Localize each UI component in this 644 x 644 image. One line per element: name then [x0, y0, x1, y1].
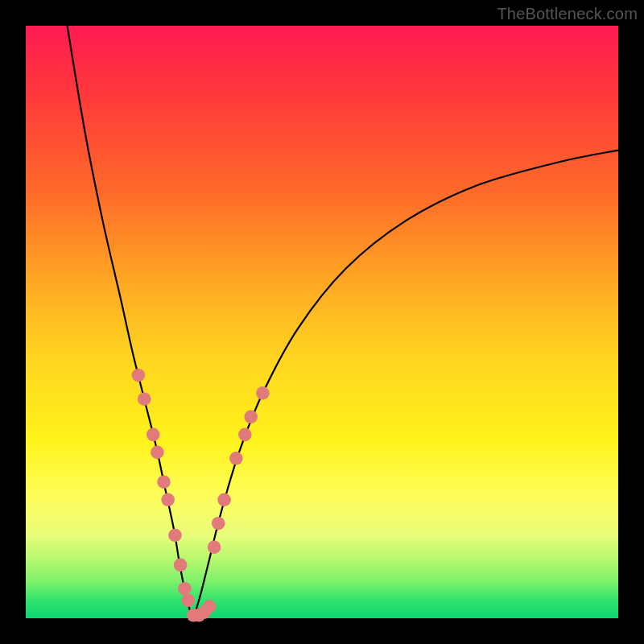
marker-dot [181, 594, 195, 608]
marker-dot [132, 369, 146, 382]
curve-layer [26, 26, 618, 618]
marker-cluster [132, 369, 270, 622]
marker-dot [208, 540, 221, 554]
curve-right [193, 151, 618, 618]
marker-dot [157, 475, 171, 489]
marker-dot [217, 493, 231, 507]
marker-dot [238, 428, 252, 442]
marker-dot [161, 493, 175, 507]
marker-dot [178, 582, 192, 596]
marker-dot [168, 529, 182, 543]
chart-frame: TheBottleneck.com [0, 0, 644, 644]
marker-dot [147, 428, 160, 442]
marker-dot [138, 392, 151, 406]
marker-dot [203, 600, 217, 613]
marker-dot [256, 386, 270, 400]
plot-area [26, 26, 618, 618]
marker-dot [151, 446, 164, 460]
watermark-label: TheBottleneck.com [497, 5, 638, 23]
marker-dot [174, 558, 188, 572]
marker-dot [212, 517, 225, 530]
marker-dot [229, 452, 243, 465]
marker-dot [244, 410, 258, 423]
